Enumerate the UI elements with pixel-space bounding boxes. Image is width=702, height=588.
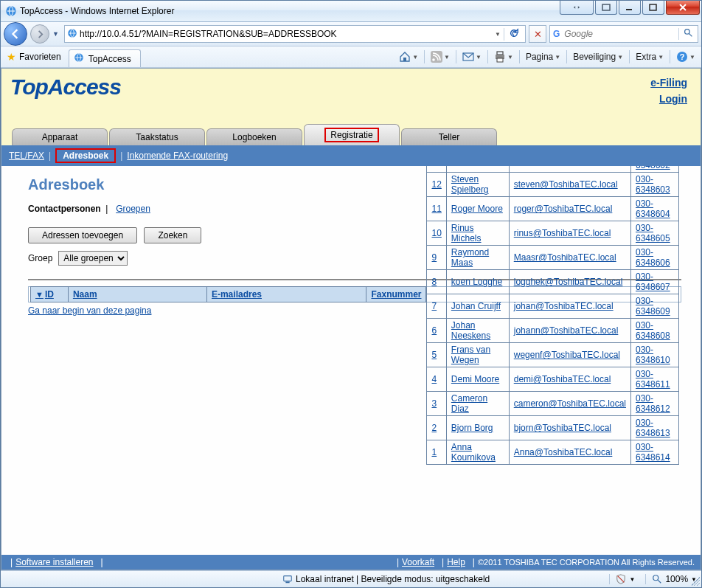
row-name-link[interactable]: Cameron Diaz [451, 393, 487, 414]
row-fax-link[interactable]: 030-6348602 [636, 166, 670, 171]
nav-history-dropdown[interactable]: ▼ [52, 30, 61, 38]
window-minimize-button[interactable] [619, 1, 641, 15]
row-email-link[interactable]: roger@ToshibaTEC.local [514, 204, 613, 214]
col-name-header[interactable]: Naam [68, 286, 206, 302]
refresh-button[interactable] [504, 28, 524, 41]
main-tab-apparaat[interactable]: Apparaat [12, 128, 108, 145]
row-name-link[interactable]: Frans van Wegen [451, 345, 490, 365]
page-menu-button[interactable]: Pagina▼ [523, 50, 563, 63]
row-fax-link[interactable]: 030-6348604 [636, 198, 670, 219]
row-id-link[interactable]: 11 [431, 204, 441, 214]
row-email-link[interactable]: johan@ToshibaTEC.local [514, 301, 614, 311]
row-fax-link[interactable]: 030-6348609 [636, 296, 670, 317]
print-menu-button[interactable]: ▼ [491, 49, 516, 64]
main-tab-taakstatus[interactable]: Taakstatus [109, 128, 205, 145]
search-button[interactable]: Zoeken [144, 227, 201, 243]
home-menu-button[interactable]: ▼ [396, 49, 421, 64]
groups-link[interactable]: Groepen [116, 204, 150, 214]
row-id-link[interactable]: 1 [431, 447, 437, 457]
url-input[interactable] [78, 28, 492, 40]
nav-back-button[interactable] [4, 22, 27, 46]
row-name-link[interactable]: Anna Kournikova [451, 442, 496, 463]
group-select[interactable]: Alle groepen [58, 251, 128, 266]
row-email-link[interactable]: rinus@ToshibaTEC.local [514, 228, 611, 238]
nav-forward-button[interactable] [30, 24, 49, 44]
row-name-link[interactable]: Bjorn Borg [451, 423, 493, 433]
row-fax-link[interactable]: 030-6348606 [636, 247, 670, 268]
mail-menu-button[interactable]: ▼ [459, 49, 484, 64]
row-email-link[interactable]: bjorn@ToshibaTEC.local [514, 423, 611, 433]
row-fax-link[interactable]: 030-6348610 [636, 345, 670, 365]
row-name-link[interactable]: Rinus Michels [451, 223, 482, 243]
row-email-link[interactable]: cameron@ToshibaTEC.local [514, 398, 626, 409]
row-id-link[interactable]: 3 [431, 398, 437, 409]
row-name-link[interactable]: Steven Spielberg [451, 174, 489, 195]
row-id-link[interactable]: 6 [431, 325, 437, 336]
main-tab-registratie[interactable]: Registratie [304, 124, 400, 145]
main-tab-teller[interactable]: Teller [401, 128, 497, 145]
row-id-link[interactable]: 8 [431, 277, 437, 287]
row-fax-link[interactable]: 030-6348613 [636, 418, 670, 438]
search-input[interactable] [563, 28, 678, 40]
help-menu-button[interactable]: ? ▼ [673, 49, 698, 64]
voorkaft-link[interactable]: Voorkaft [402, 557, 434, 567]
col-fax-header[interactable]: Faxnummer [366, 286, 426, 302]
search-go-button[interactable] [678, 28, 698, 40]
row-name-link[interactable]: Demi Moore [451, 374, 499, 384]
stop-button[interactable]: ✕ [529, 25, 546, 43]
row-name-link[interactable]: Raymond Maas [451, 247, 489, 268]
back-to-top-link[interactable]: Ga naar begin van deze pagina [28, 305, 151, 316]
row-name-link[interactable]: Roger Moore [451, 204, 503, 214]
row-id-link[interactable]: 2 [431, 423, 437, 433]
row-email-link[interactable]: Anna@ToshibaTEC.local [514, 447, 613, 457]
security-zone[interactable]: Lokaal intranet | Beveiligde modus: uitg… [282, 574, 490, 584]
row-fax-link[interactable]: 030-6348612 [636, 393, 670, 414]
row-email-link[interactable]: johann@ToshibaTEC.local [514, 325, 619, 336]
row-name-link[interactable]: koen Logghe [451, 277, 502, 287]
row-fax-link[interactable]: 030-6348614 [636, 442, 670, 463]
browser-tab[interactable]: TopAccess [69, 49, 141, 67]
row-email-link[interactable]: Maasr@ToshibaTEC.local [514, 252, 616, 263]
window-close-button[interactable] [666, 1, 700, 15]
zoom-control[interactable]: 100% ▼ [645, 574, 697, 584]
row-id-link[interactable]: 7 [431, 301, 437, 311]
row-id-link[interactable]: 10 [431, 228, 441, 238]
row-email-link[interactable]: demi@ToshibaTEC.local [514, 374, 611, 384]
row-id-link[interactable]: 5 [431, 350, 437, 360]
address-bar[interactable]: ▼ [64, 25, 526, 43]
window-navpad-button[interactable] [560, 1, 594, 15]
safety-menu-button[interactable]: Beveiliging▼ [570, 50, 626, 63]
extra-menu-button[interactable]: Extra▼ [633, 50, 667, 63]
feeds-menu-button[interactable]: ▼ [428, 49, 453, 64]
efiling-link[interactable]: e-Filing [650, 75, 687, 91]
subtab-adresboek[interactable]: Adresboek [55, 148, 116, 163]
window-maximize-button[interactable] [642, 1, 664, 15]
row-name-link[interactable]: Johan Cruijff [451, 301, 501, 311]
subtab-telfax[interactable]: TEL/FAX [9, 151, 44, 161]
row-email-link[interactable]: logghek@ToshibaTEC.local [514, 277, 623, 287]
add-addresses-button[interactable]: Adressen toevoegen [28, 227, 137, 243]
row-email-link[interactable]: wegenf@ToshibaTEC.local [514, 350, 620, 360]
window-restore-alt-button[interactable] [595, 1, 617, 15]
row-email-link[interactable]: steven@ToshibaTEC.local [514, 179, 618, 190]
resize-grip[interactable] [691, 577, 700, 586]
install-software-link[interactable]: Software installeren [15, 557, 93, 567]
row-fax-link[interactable]: 030-6348605 [636, 223, 670, 243]
help-link[interactable]: Help [447, 557, 465, 567]
row-fax-link[interactable]: 030-6348603 [636, 174, 670, 195]
row-id-link[interactable]: 12 [431, 179, 441, 190]
subtab-faxrouting[interactable]: Inkomende FAX-routering [127, 151, 228, 161]
col-id-header[interactable]: ▼ID [31, 286, 69, 302]
row-id-link[interactable]: 9 [431, 252, 437, 263]
row-fax-link[interactable]: 030-6348607 [636, 271, 670, 292]
login-link[interactable]: Login [650, 91, 687, 107]
main-tab-logboeken[interactable]: Logboeken [206, 128, 302, 145]
row-fax-link[interactable]: 030-6348611 [636, 369, 670, 390]
address-dropdown[interactable]: ▼ [492, 31, 504, 38]
favorites-button[interactable]: ★ Favorieten [1, 46, 67, 67]
row-name-link[interactable]: Johan Neeskens [451, 320, 490, 341]
col-email-header[interactable]: E-mailadres [206, 286, 366, 302]
search-box[interactable]: G [549, 25, 698, 43]
row-id-link[interactable]: 4 [431, 374, 437, 384]
protected-mode-pane[interactable]: ▼ [609, 574, 641, 584]
